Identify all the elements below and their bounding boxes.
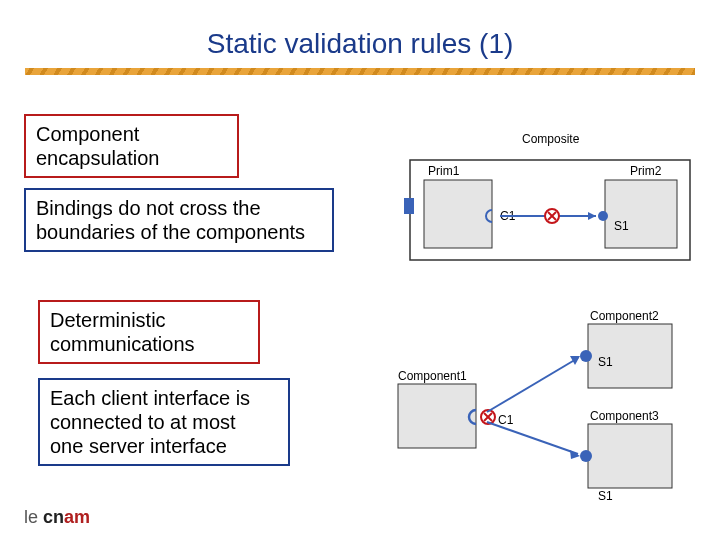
logo-le: le — [24, 507, 43, 527]
logo: le cnam — [24, 507, 90, 528]
encapsulation-rule-box: Bindings do not cross the boundaries of … — [24, 188, 334, 252]
composite-client-port — [404, 198, 414, 214]
binding-arrowhead-up — [570, 356, 580, 365]
error-icon — [545, 209, 559, 223]
title-underline — [25, 68, 695, 75]
composite-label: Composite — [522, 132, 580, 146]
binding-arrow-up — [487, 358, 578, 412]
deterministic-rule-text: Each client interface is connected to at… — [50, 387, 250, 457]
component1-box — [398, 384, 476, 448]
deterministic-title-text: Deterministic communications — [50, 309, 195, 355]
encapsulation-title-box: Component encapsulation — [24, 114, 239, 178]
binding-arrow-down — [487, 422, 578, 454]
component3-s1-label: S1 — [598, 489, 613, 503]
component1-label: Component1 — [398, 369, 467, 383]
component1-c1-label: C1 — [498, 413, 514, 427]
prim2-s1-label: S1 — [614, 219, 629, 233]
encapsulation-diagram: Composite Prim1 C1 Prim2 S1 — [400, 120, 700, 270]
deterministic-diagram: Component1 C1 Component2 S1 Component3 S… — [380, 300, 700, 510]
component3-label: Component3 — [590, 409, 659, 423]
encapsulation-title-text: Component encapsulation — [36, 123, 159, 169]
component2-label: Component2 — [590, 309, 659, 323]
logo-cn: cn — [43, 507, 64, 527]
prim1-label: Prim1 — [428, 164, 460, 178]
prim2-server-interface — [598, 211, 608, 221]
deterministic-rule-box: Each client interface is connected to at… — [38, 378, 290, 466]
page-title: Static validation rules (1) — [0, 28, 720, 60]
component3-box — [588, 424, 672, 488]
component2-s1-label: S1 — [598, 355, 613, 369]
component2-server-interface — [580, 350, 592, 362]
prim1-box — [424, 180, 492, 248]
prim2-box — [605, 180, 677, 248]
logo-am: am — [64, 507, 90, 527]
component3-server-interface — [580, 450, 592, 462]
deterministic-title-box: Deterministic communications — [38, 300, 260, 364]
encapsulation-rule-text: Bindings do not cross the boundaries of … — [36, 197, 305, 243]
prim2-label: Prim2 — [630, 164, 662, 178]
binding-arrowhead-down — [570, 450, 580, 459]
